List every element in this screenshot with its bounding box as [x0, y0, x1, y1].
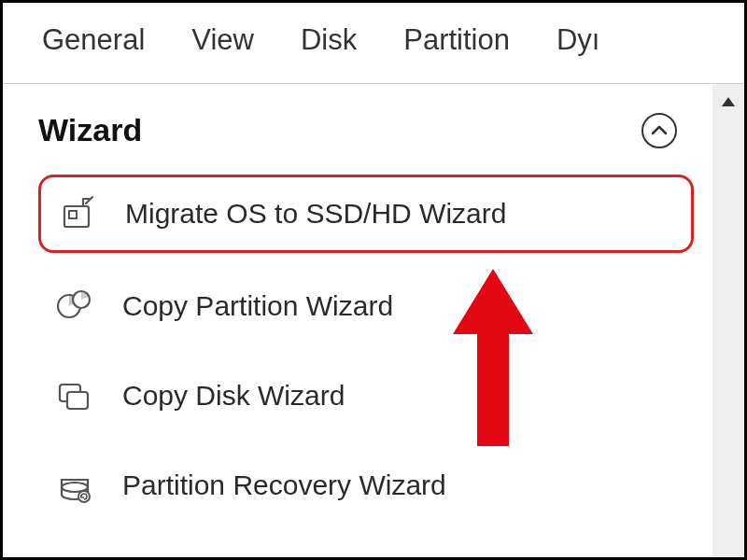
wizard-item-partition-recovery[interactable]: Partition Recovery Wizard — [38, 449, 694, 522]
menu-disk[interactable]: Disk — [301, 23, 357, 57]
wizard-item-copy-partition[interactable]: Copy Partition Wizard — [38, 270, 694, 343]
wizard-label: Partition Recovery Wizard — [122, 469, 446, 501]
menu-dynamic[interactable]: Dyı — [557, 23, 600, 57]
wizard-panel: Wizard Migrate OS to SSD/HD Wizard — [3, 84, 712, 559]
copy-disk-icon — [55, 376, 94, 415]
menu-view[interactable]: View — [191, 23, 254, 57]
wizard-item-migrate-os[interactable]: Migrate OS to SSD/HD Wizard — [38, 175, 694, 253]
wizard-label: Migrate OS to SSD/HD Wizard — [125, 198, 506, 230]
wizard-label: Copy Disk Wizard — [122, 380, 345, 412]
wizard-item-copy-disk[interactable]: Copy Disk Wizard — [38, 359, 694, 432]
scrollbar[interactable] — [712, 84, 744, 559]
scroll-up-icon[interactable] — [720, 95, 737, 112]
svg-rect-5 — [67, 392, 88, 409]
partition-recovery-icon — [55, 466, 94, 505]
copy-partition-icon — [55, 287, 94, 326]
section-title-wizard: Wizard — [38, 112, 142, 148]
chevron-up-icon — [651, 125, 668, 136]
menu-bar: General View Disk Partition Dyı — [3, 3, 744, 84]
migrate-os-icon — [58, 194, 97, 233]
collapse-wizard-button[interactable] — [641, 113, 677, 148]
menu-partition[interactable]: Partition — [403, 23, 510, 57]
wizard-label: Copy Partition Wizard — [122, 290, 393, 322]
svg-rect-1 — [69, 211, 77, 218]
menu-general[interactable]: General — [42, 23, 145, 57]
svg-point-7 — [78, 491, 90, 502]
